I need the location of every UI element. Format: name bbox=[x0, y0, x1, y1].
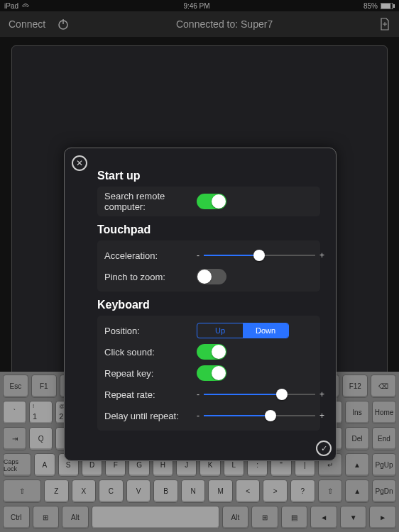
key-⇥[interactable]: ⇥ bbox=[3, 427, 26, 450]
key-⌫[interactable]: ⌫ bbox=[371, 375, 396, 398]
key-a[interactable]: A bbox=[34, 453, 55, 477]
key-v[interactable]: V bbox=[126, 480, 151, 503]
key-alt[interactable]: Alt bbox=[62, 506, 89, 529]
delay-label: Delay until repeat: bbox=[104, 411, 197, 421]
battery-icon bbox=[381, 3, 395, 9]
close-icon[interactable]: ✕ bbox=[72, 155, 87, 171]
key-pgup[interactable]: PgUp bbox=[372, 453, 396, 477]
position-segmented[interactable]: Up Down bbox=[197, 323, 289, 338]
key-▤[interactable]: ▤ bbox=[281, 506, 308, 529]
status-time: 9:46 PM bbox=[30, 2, 364, 10]
position-label: Position: bbox=[104, 326, 197, 336]
key-⊞[interactable]: ⊞ bbox=[251, 506, 278, 529]
repeat-key-label: Repeat key: bbox=[104, 368, 197, 379]
repeat-key-toggle[interactable] bbox=[197, 365, 226, 381]
key-space[interactable] bbox=[92, 506, 219, 529]
acceleration-label: Acceleration: bbox=[104, 250, 197, 261]
power-icon[interactable] bbox=[57, 18, 70, 31]
key-esc[interactable]: Esc bbox=[3, 375, 28, 398]
section-touchpad: Touchpad bbox=[97, 223, 320, 236]
key-⇧[interactable]: ⇧ bbox=[3, 480, 41, 503]
key-f1[interactable]: F1 bbox=[31, 375, 57, 398]
pinch-toggle[interactable] bbox=[197, 269, 226, 284]
battery-pct: 85% bbox=[364, 2, 378, 10]
seg-down[interactable]: Down bbox=[243, 323, 288, 338]
repeat-rate-label: Repeat rate: bbox=[104, 389, 197, 400]
wifi-icon bbox=[21, 3, 30, 9]
repeat-rate-slider[interactable]: - + bbox=[197, 389, 324, 399]
key-▼[interactable]: ▼ bbox=[340, 506, 367, 529]
key-z[interactable]: Z bbox=[44, 480, 69, 503]
seg-up[interactable]: Up bbox=[197, 323, 243, 338]
svg-rect-2 bbox=[393, 4, 395, 8]
delay-slider[interactable]: - + bbox=[197, 411, 324, 421]
key-<[interactable]: < bbox=[236, 480, 261, 503]
acceleration-slider[interactable]: - + bbox=[197, 250, 324, 260]
key-?[interactable]: ? bbox=[290, 480, 315, 503]
key-ins[interactable]: Ins bbox=[345, 401, 369, 424]
key-pgdn[interactable]: PgDn bbox=[372, 480, 396, 503]
click-sound-toggle[interactable] bbox=[197, 344, 226, 360]
device-label: iPad bbox=[4, 2, 18, 10]
key-▲[interactable]: ▲ bbox=[345, 453, 369, 477]
section-keyboard: Keyboard bbox=[97, 299, 320, 311]
key-1[interactable]: !1 bbox=[29, 401, 53, 424]
key-⊞[interactable]: ⊞ bbox=[33, 506, 60, 529]
status-bar: iPad 9:46 PM 85% bbox=[0, 0, 399, 11]
key-del[interactable]: Del bbox=[345, 427, 369, 450]
section-startup: Start up bbox=[97, 170, 320, 182]
key-m[interactable]: M bbox=[208, 480, 233, 503]
key-end[interactable]: End bbox=[372, 427, 396, 450]
key-x[interactable]: X bbox=[72, 480, 97, 503]
key-q[interactable]: Q bbox=[29, 427, 53, 450]
key-b[interactable]: B bbox=[153, 480, 178, 503]
key-f12[interactable]: F12 bbox=[342, 375, 368, 398]
svg-rect-1 bbox=[381, 4, 390, 9]
key-`[interactable]: ` bbox=[3, 401, 26, 424]
click-sound-label: Click sound: bbox=[104, 347, 197, 358]
key-alt[interactable]: Alt bbox=[222, 506, 249, 529]
key-home[interactable]: Home bbox=[372, 401, 396, 424]
confirm-icon[interactable]: ✓ bbox=[316, 440, 332, 456]
search-remote-toggle[interactable] bbox=[197, 194, 226, 209]
key-◄[interactable]: ◄ bbox=[310, 506, 337, 529]
key-▲[interactable]: ▲ bbox=[345, 480, 369, 503]
connection-title: Connected to: Super7 bbox=[70, 18, 379, 30]
key-caps lock[interactable]: Caps Lock bbox=[3, 453, 31, 477]
key->[interactable]: > bbox=[263, 480, 288, 503]
key-c[interactable]: C bbox=[99, 480, 124, 503]
key-ctrl[interactable]: Ctrl bbox=[3, 506, 30, 529]
document-icon[interactable] bbox=[379, 18, 390, 31]
key-n[interactable]: N bbox=[181, 480, 206, 503]
search-remote-label: Search remote computer: bbox=[104, 191, 197, 212]
nav-bar: Connect Connected to: Super7 bbox=[0, 11, 399, 37]
settings-modal: ✕ Start up Search remote computer: Touch… bbox=[64, 148, 337, 461]
key-⇧[interactable]: ⇧ bbox=[318, 480, 343, 503]
connect-button[interactable]: Connect bbox=[9, 18, 45, 30]
key-►[interactable]: ► bbox=[369, 506, 396, 529]
pinch-label: Pinch to zoom: bbox=[104, 272, 197, 282]
